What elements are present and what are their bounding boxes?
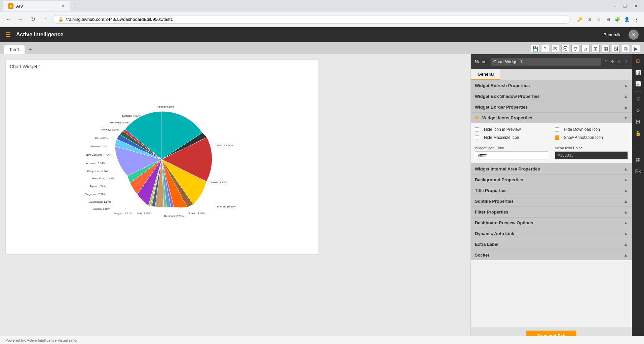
- tab-bar: A AIV ✕ + ─ □ ✕: [0, 0, 644, 12]
- screenshot-icon[interactable]: ⊞: [604, 16, 612, 23]
- extension-icon[interactable]: 🧩: [614, 16, 621, 23]
- widget-name-input[interactable]: [491, 58, 601, 66]
- minimize-button[interactable]: ─: [610, 2, 620, 10]
- chevron-up-icon: ▲: [623, 199, 628, 204]
- hide-maximize-label: Hide Maximize Icon: [484, 135, 519, 140]
- tab-general[interactable]: General: [471, 69, 500, 80]
- vs-filter-icon[interactable]: ▽: [633, 93, 643, 104]
- vs-data-icon[interactable]: 📊: [633, 67, 643, 78]
- vs-text-icon[interactable]: T: [633, 139, 643, 150]
- section-auto-link[interactable]: Dynamic Auto Link ▲: [471, 228, 632, 239]
- play-icon[interactable]: ▶: [632, 45, 640, 53]
- hide-download-label: Hide Download Icon: [564, 127, 600, 132]
- panel-body: Widget Refresh Properties ▲ Widget Box S…: [471, 80, 632, 327]
- filter-icon[interactable]: ▽: [571, 45, 579, 53]
- maximize-button[interactable]: □: [620, 2, 630, 10]
- add-dashboard-tab-button[interactable]: +: [26, 45, 34, 54]
- section-extra-label[interactable]: Extra Label ▲: [471, 239, 632, 250]
- profile-icon[interactable]: 👤: [623, 16, 631, 23]
- vs-image-icon[interactable]: 🖼: [633, 116, 643, 127]
- hamburger-menu[interactable]: ☰: [5, 31, 11, 38]
- hide-icon-preview-col: Hide Icon in Preview: [475, 127, 548, 135]
- refresh-button[interactable]: ↻: [28, 15, 38, 24]
- section-filter[interactable]: Filter Properties ▲: [471, 206, 632, 217]
- key-icon[interactable]: 🔑: [576, 16, 583, 23]
- hide-icon-preview-row: Hide Icon in Preview: [475, 127, 548, 132]
- svg-text:Italy: 3.98%: Italy: 3.98%: [137, 212, 151, 215]
- browser-tab[interactable]: A AIV ✕: [3, 1, 70, 11]
- panel-help-icon[interactable]: ?: [605, 59, 608, 64]
- window-controls: ─ □ ✕: [610, 2, 641, 10]
- color-inputs-row: Widget Icon Color Menu Icon Color: [475, 146, 628, 159]
- section-subtitle[interactable]: Subtitle Properties ▲: [471, 196, 632, 206]
- url-bar[interactable]: 🔒: [52, 15, 571, 24]
- show-annotation-checkbox[interactable]: [555, 136, 559, 140]
- table-icon[interactable]: ▦: [602, 45, 610, 53]
- close-window-button[interactable]: ✕: [631, 2, 641, 10]
- user-avatar[interactable]: B: [629, 30, 639, 40]
- section-icons[interactable]: ⚙ Widget Icons Properties ▼: [471, 112, 632, 123]
- vs-chart-icon[interactable]: 📈: [633, 78, 643, 89]
- vs-rx-icon[interactable]: Rx: [633, 166, 643, 177]
- hide-maximize-checkbox[interactable]: [475, 136, 479, 140]
- chart-area: USA: 33.79% France: 10.37% Spain: 11.06%…: [10, 72, 314, 247]
- widget-icon-color-input[interactable]: [475, 151, 548, 159]
- svg-text:Japan: 1.74%: Japan: 1.74%: [90, 185, 106, 188]
- filter2-icon[interactable]: ⊿: [581, 45, 590, 53]
- url-input[interactable]: [66, 17, 565, 22]
- section-internal-area[interactable]: Widget Internal Area Properties ▲: [471, 163, 632, 174]
- panel-header: Name ? ✥ ✕ ↗: [471, 54, 632, 69]
- address-icons: 🔑 ⊡ ☆ ⊞ 🧩 👤 ⋮: [576, 16, 640, 23]
- dashboard-tab-1[interactable]: Tab 1: [4, 45, 25, 54]
- show-annotation-row: Show Annotation Icon: [555, 135, 628, 140]
- checkbox-row-1: Hide Icon in Preview Hide Download Icon: [475, 127, 628, 135]
- mail-icon[interactable]: ✉: [551, 45, 559, 53]
- svg-text:Norway: 2.95%: Norway: 2.95%: [101, 128, 119, 131]
- forward-button[interactable]: →: [16, 15, 26, 24]
- address-bar: ← → ↻ ⌂ 🔒 🔑 ⊡ ☆ ⊞ 🧩 👤 ⋮: [0, 12, 644, 27]
- panel-expand-icon[interactable]: ↗: [624, 59, 628, 64]
- grid-icon[interactable]: ⊞: [592, 45, 600, 53]
- chevron-up-icon: ▲: [623, 105, 628, 110]
- icons-section-content: Hide Icon in Preview Hide Download Icon: [471, 123, 632, 163]
- hide-download-col: Hide Download Icon: [555, 127, 628, 135]
- app-header: ☰ Active Intelligence Bhaumik B: [0, 27, 644, 42]
- section-border[interactable]: Widget Border Properties ▲: [471, 102, 632, 112]
- vs-grid2-icon[interactable]: ▦: [633, 154, 643, 165]
- chevron-up-icon: ▲: [623, 177, 628, 182]
- new-tab-button[interactable]: +: [71, 1, 81, 11]
- section-widget-refresh[interactable]: Widget Refresh Properties ▲: [471, 80, 632, 91]
- show-annotation-col: Show Annotation Icon: [555, 135, 628, 143]
- vs-lock-icon[interactable]: 🔒: [633, 128, 643, 139]
- image-icon[interactable]: 🖼: [612, 45, 620, 53]
- cast-icon[interactable]: ⊡: [585, 16, 593, 23]
- menu-icon-color-input[interactable]: [555, 151, 628, 159]
- chevron-up-icon: ▲: [623, 166, 628, 171]
- vs-settings-icon[interactable]: ⚙: [633, 105, 643, 116]
- hide-icon-preview-checkbox[interactable]: [475, 127, 479, 132]
- vs-dashboard-icon[interactable]: ⊞: [633, 55, 643, 66]
- hide-download-checkbox[interactable]: [555, 127, 559, 132]
- section-box-shadow[interactable]: Widget Box Shadow Properties ▲: [471, 91, 632, 102]
- chevron-up-icon: ▲: [623, 253, 628, 258]
- help-icon[interactable]: ?: [541, 45, 549, 53]
- toolbar-right: 💾 ? ✉ 💬 ▽ ⊿ ⊞ ▦ 🖼 ⧉ ▶: [531, 45, 640, 54]
- section-background[interactable]: Background Properties ▲: [471, 174, 632, 185]
- close-tab-button[interactable]: ✕: [61, 4, 65, 9]
- menu-icon[interactable]: ⋮: [633, 16, 640, 23]
- bookmark-icon[interactable]: ☆: [595, 16, 602, 23]
- section-title[interactable]: Title Properties ▲: [471, 185, 632, 196]
- panel-close-icon[interactable]: ✕: [617, 59, 621, 64]
- comment-icon[interactable]: 💬: [561, 45, 569, 53]
- pie-chart: USA: 33.79% France: 10.37% Spain: 11.06%…: [78, 79, 246, 240]
- hide-icon-preview-label: Hide Icon in Preview: [484, 127, 521, 132]
- save-icon[interactable]: 💾: [531, 45, 539, 53]
- copy-icon[interactable]: ⧉: [622, 45, 630, 53]
- svg-text:Sweden: 1.98%: Sweden: 1.98%: [122, 114, 141, 117]
- back-button[interactable]: ←: [4, 15, 13, 24]
- section-socket[interactable]: Socket ▲: [471, 250, 632, 260]
- panel-move-icon[interactable]: ✥: [610, 59, 614, 64]
- home-button[interactable]: ⌂: [40, 15, 50, 24]
- section-preview[interactable]: Dashboard Preview Options ▲: [471, 217, 632, 228]
- svg-text:Australia: 6.14%: Australia: 6.14%: [86, 162, 105, 165]
